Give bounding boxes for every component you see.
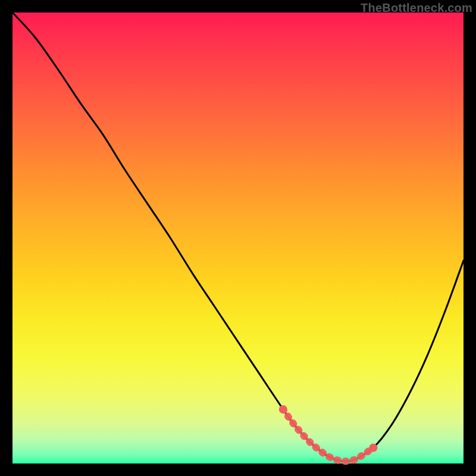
svg-point-0 (279, 405, 287, 414)
curve-layer (12, 12, 464, 464)
chart-container: TheBottleneck.com (0, 0, 476, 476)
optimal-zone-dots (279, 405, 378, 461)
bottleneck-curve (12, 12, 464, 461)
svg-point-1 (369, 443, 377, 452)
